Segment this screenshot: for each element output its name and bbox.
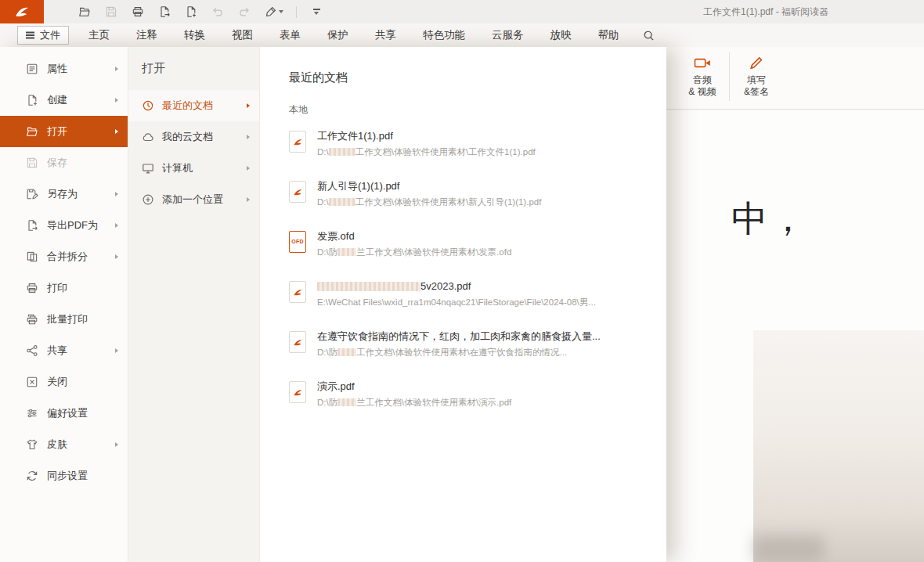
sidebar-item-batch-print[interactable]: 批量打印	[0, 304, 128, 335]
open-file-button[interactable]	[77, 3, 92, 20]
censored-text	[337, 348, 356, 356]
undo-icon	[211, 5, 224, 18]
print-icon	[26, 282, 38, 294]
tab-protect[interactable]: 保护	[314, 23, 362, 47]
brush-tool-button[interactable]	[263, 3, 285, 20]
sidebar-item-preferences[interactable]: 偏好设置	[0, 398, 128, 429]
save-icon	[26, 157, 38, 169]
sidebar-item-create[interactable]: 创建	[0, 85, 128, 116]
save-as-icon	[26, 188, 38, 200]
sync-icon	[26, 470, 38, 482]
file-menu-button-label: 文件	[40, 28, 60, 42]
batch-print-icon	[26, 313, 38, 326]
chevron-right-icon	[247, 166, 250, 171]
tab-share[interactable]: 共享	[362, 23, 410, 47]
open-item-recent-documents[interactable]: 最近的文档	[128, 90, 259, 121]
pdf-file-icon	[289, 131, 306, 153]
cloud-icon	[142, 131, 154, 143]
print-button[interactable]	[130, 3, 146, 20]
censored-text	[329, 198, 356, 206]
chevron-down-icon	[314, 12, 319, 15]
chevron-right-icon	[247, 135, 250, 139]
recent-file[interactable]: 演示.pdf D:\防兰工作文档\体验软件使用素材\演示.pdf	[289, 377, 652, 427]
ribbon-item-audio-video[interactable]: 音频& 视频	[681, 47, 724, 98]
recent-file[interactable]: 新人引导(1)(1).pdf D:\工作文档\体验软件使用素材\新人引导(1)(…	[289, 177, 652, 227]
open-item-add-place[interactable]: 添加一个位置	[128, 184, 259, 215]
file-menu-button[interactable]: 文件	[17, 26, 69, 45]
tab-form[interactable]: 表单	[266, 23, 314, 47]
tab-comment[interactable]: 注释	[123, 23, 171, 47]
search-button[interactable]	[639, 25, 659, 45]
open-item-computer[interactable]: 计算机	[128, 153, 259, 184]
undo-button[interactable]	[210, 3, 226, 20]
recent-file[interactable]: OFD 发票.ofd D:\防兰工作文档\体验软件使用素材\发票.ofd	[289, 227, 652, 277]
file-path: D:\防兰工作文档\体验软件使用素材\发票.ofd	[317, 247, 511, 258]
export-button[interactable]	[157, 3, 172, 20]
foxit-logo-icon	[13, 4, 31, 20]
ribbon-divider	[729, 52, 730, 101]
recent-file[interactable]: 工作文件1(1).pdf D:\工作文档\体验软件使用素材\工作文件1(1).p…	[289, 127, 652, 177]
video-camera-icon	[694, 55, 711, 70]
tab-presentation[interactable]: 放映	[537, 23, 585, 47]
ribbon-item-fill-sign[interactable]: 填写&签名	[735, 47, 778, 98]
tab-special-features[interactable]: 特色功能	[410, 23, 478, 47]
sidebar-item-export-pdf[interactable]: 导出PDF为	[0, 210, 128, 241]
window-title: 工作文件1(1).pdf - 福昕阅读器	[703, 0, 828, 23]
sidebar-item-properties[interactable]: 属性	[0, 53, 128, 85]
recent-file-list: 工作文件1(1).pdf D:\工作文档\体验软件使用素材\工作文件1(1).p…	[289, 127, 652, 427]
toolbar-separator	[296, 6, 297, 18]
recent-file[interactable]: 5v2023.pdf E:\WeChat Files\wxid_rra1m04n…	[289, 277, 652, 327]
export-doc-icon	[158, 5, 171, 18]
sidebar-item-label: 同步设置	[47, 469, 118, 483]
sidebar-item-label: 打开	[47, 124, 106, 139]
sidebar-item-sync-settings[interactable]: 同步设置	[0, 460, 128, 492]
chevron-right-icon	[115, 348, 118, 353]
menu-bar: 文件 主页 注释 转换 视图 表单 保护 共享 特色功能 云服务 放映 帮助	[0, 23, 924, 47]
sidebar-item-open[interactable]: 打开	[0, 116, 128, 147]
tab-convert[interactable]: 转换	[171, 23, 218, 47]
open-panel-title: 打开	[128, 61, 259, 90]
chevron-right-icon	[115, 254, 118, 259]
tab-view[interactable]: 视图	[218, 23, 266, 47]
sidebar-item-save-as[interactable]: 另存为	[0, 178, 128, 210]
sidebar-item-close[interactable]: 关闭	[0, 366, 128, 398]
censored-text	[337, 248, 356, 256]
redo-button[interactable]	[236, 3, 252, 20]
sidebar-item-save[interactable]: 保存	[0, 147, 128, 178]
chevron-right-icon	[115, 129, 118, 134]
pdf-file-icon	[289, 181, 306, 203]
create-pdf-button[interactable]	[183, 3, 199, 20]
ribbon-tabs: 主页 注释 转换 视图 表单 保护 共享 特色功能 云服务 放映 帮助	[75, 23, 633, 47]
tab-help[interactable]: 帮助	[585, 23, 633, 47]
open-item-cloud-documents[interactable]: 我的云文档	[128, 121, 259, 153]
file-name: 新人引导(1)(1).pdf	[317, 179, 541, 193]
file-path: D:\防兰工作文档\体验软件使用素材\演示.pdf	[317, 397, 511, 409]
open-item-label: 计算机	[162, 161, 239, 175]
foxit-logo	[0, 0, 44, 23]
file-name: 工作文件1(1).pdf	[317, 129, 536, 142]
export-pdf-icon	[26, 219, 38, 232]
save-button[interactable]	[103, 3, 119, 20]
sidebar-item-label: 打印	[47, 281, 118, 295]
customize-toolbar-button[interactable]	[308, 3, 325, 20]
skin-icon	[26, 438, 38, 451]
chevron-right-icon	[115, 442, 118, 447]
sidebar-item-merge-split[interactable]: 合并拆分	[0, 241, 128, 272]
plus-circle-icon	[142, 193, 154, 206]
recent-documents-panel: 最近的文档 本地 工作文件1(1).pdf D:\工作文档\体验软件使用素材\工…	[259, 47, 666, 562]
folder-open-icon	[78, 5, 91, 18]
sidebar-item-print[interactable]: 打印	[0, 272, 128, 304]
sidebar-item-skin[interactable]: 皮肤	[0, 429, 128, 460]
chevron-right-icon	[115, 67, 118, 71]
recent-file[interactable]: 在遵守饮食指南的情况下，红肉，加工肉和家禽的膳食摄入量... D:\防工作文档\…	[289, 327, 652, 377]
sidebar-item-share[interactable]: 共享	[0, 335, 128, 366]
document-text-fragment: 中，	[731, 195, 808, 243]
tab-home[interactable]: 主页	[75, 23, 123, 47]
open-item-label: 我的云文档	[162, 130, 239, 144]
file-path: D:\工作文档\体验软件使用素材\工作文件1(1).pdf	[317, 146, 536, 158]
titlebar: 工作文件1(1).pdf - 福昕阅读器	[0, 0, 924, 23]
save-icon	[105, 5, 117, 18]
app-window: 工作文件1(1).pdf - 福昕阅读器 文件 主页 注释 转换 视图 表单 保…	[0, 0, 924, 562]
tab-cloud-service[interactable]: 云服务	[478, 23, 537, 47]
chevron-right-icon	[115, 98, 118, 103]
